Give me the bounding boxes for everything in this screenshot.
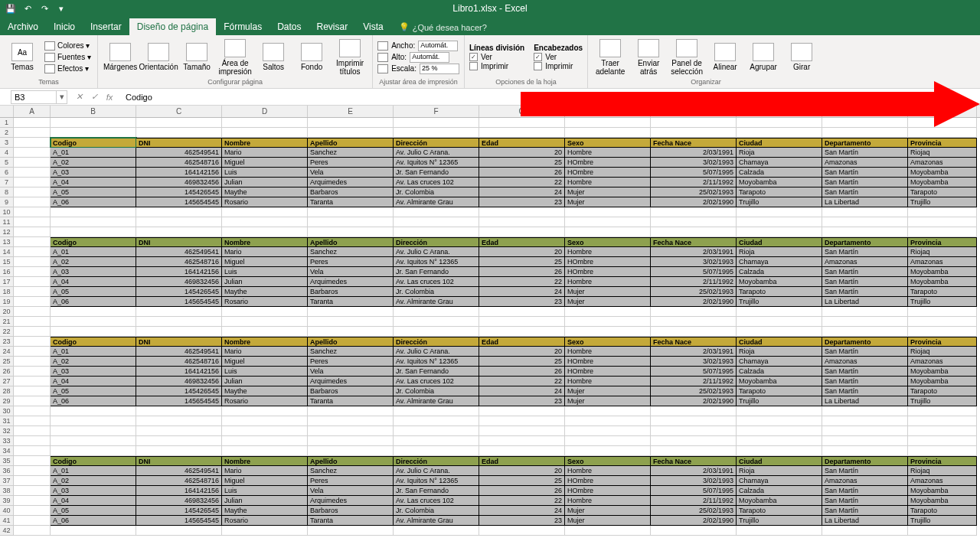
cell[interactable]: 462548716 bbox=[136, 257, 222, 267]
cell[interactable] bbox=[479, 416, 565, 426]
cell[interactable]: Av. Julio C Arana. bbox=[394, 247, 479, 257]
row-header[interactable]: 30 bbox=[0, 406, 14, 416]
cell[interactable]: Jr. San Fernando bbox=[394, 367, 479, 377]
row-header[interactable]: 3 bbox=[0, 138, 14, 148]
cell[interactable]: Miguel bbox=[222, 257, 308, 267]
cell[interactable] bbox=[14, 197, 51, 207]
table-row[interactable]: 3CodigoDNINombreApellidoDirecciónEdadSex… bbox=[0, 138, 980, 148]
cell[interactable] bbox=[822, 227, 908, 237]
cell[interactable]: Moyobamba bbox=[908, 496, 977, 506]
cell[interactable]: Fecha Nace bbox=[651, 237, 737, 247]
cell[interactable] bbox=[565, 207, 651, 217]
cell[interactable]: 145426545 bbox=[136, 287, 222, 297]
cell[interactable]: 145654545 bbox=[136, 297, 222, 307]
cell[interactable]: 26 bbox=[479, 367, 565, 377]
cell[interactable] bbox=[308, 207, 394, 217]
cell[interactable]: Fecha Nace bbox=[651, 138, 737, 148]
cell[interactable] bbox=[479, 327, 565, 337]
cell[interactable] bbox=[565, 227, 651, 237]
cell[interactable]: Departamento bbox=[822, 237, 908, 247]
table-row[interactable]: 36A_01462549541MarioSanchezAv. Julio C A… bbox=[0, 466, 980, 476]
cell[interactable]: 164142156 bbox=[136, 486, 222, 496]
row-header[interactable]: 20 bbox=[0, 307, 14, 317]
cell[interactable]: Tarapoto bbox=[737, 386, 822, 396]
cell[interactable]: HOmbre bbox=[565, 357, 651, 367]
cell[interactable] bbox=[136, 227, 222, 237]
scale-input[interactable]: 25 % bbox=[420, 64, 459, 74]
row-header[interactable]: 16 bbox=[0, 267, 14, 277]
table-row[interactable]: 13CodigoDNINombreApellidoDirecciónEdadSe… bbox=[0, 237, 980, 247]
cell[interactable]: 24 bbox=[479, 287, 565, 297]
cell[interactable] bbox=[737, 426, 822, 436]
cell[interactable]: San Martín bbox=[822, 377, 908, 386]
cell[interactable] bbox=[651, 128, 737, 138]
cell[interactable] bbox=[14, 267, 51, 277]
cell[interactable] bbox=[14, 138, 51, 148]
table-row[interactable]: 14A_01462549541MarioSanchezAv. Julio C A… bbox=[0, 247, 980, 257]
row-header[interactable]: 8 bbox=[0, 187, 14, 197]
area-button[interactable]: Área de impresión bbox=[217, 39, 253, 76]
undo-icon[interactable]: ↶ bbox=[21, 2, 34, 15]
efectos-button[interactable]: Efectos ▾ bbox=[43, 64, 93, 74]
cell[interactable]: Sexo bbox=[565, 237, 651, 247]
saltos-button[interactable]: Saltos bbox=[256, 43, 291, 71]
cell[interactable]: 20 bbox=[479, 148, 565, 158]
cell[interactable]: Barbaros bbox=[308, 287, 394, 297]
cell[interactable] bbox=[51, 317, 136, 327]
cell[interactable]: 462549541 bbox=[136, 148, 222, 158]
cell[interactable]: Ciudad bbox=[737, 337, 822, 347]
cell[interactable]: Barbaros bbox=[308, 506, 394, 516]
cell[interactable]: A_02 bbox=[51, 357, 136, 367]
cell[interactable]: La Libertad bbox=[822, 297, 908, 307]
row-header[interactable]: 37 bbox=[0, 476, 14, 486]
cell[interactable]: Codigo bbox=[51, 138, 136, 148]
cell[interactable]: Av. Las cruces 102 bbox=[394, 277, 479, 287]
cell[interactable]: Arquimedes bbox=[308, 496, 394, 506]
cell[interactable]: Hombre bbox=[565, 148, 651, 158]
cell[interactable]: San Martín bbox=[822, 277, 908, 287]
table-row[interactable]: 31 bbox=[0, 416, 980, 426]
cell[interactable]: HOmbre bbox=[565, 476, 651, 486]
cell[interactable] bbox=[908, 426, 977, 436]
cell[interactable] bbox=[222, 416, 308, 426]
table-row[interactable]: 29A_06145654545RosarioTarantaAv. Almiran… bbox=[0, 396, 980, 406]
row-header[interactable]: 39 bbox=[0, 496, 14, 506]
cell[interactable]: Tarapoto bbox=[908, 287, 977, 297]
cell[interactable]: HOmbre bbox=[565, 486, 651, 496]
row-header[interactable]: 4 bbox=[0, 148, 14, 158]
cell[interactable]: HOmbre bbox=[565, 257, 651, 267]
cell[interactable]: Provincia bbox=[908, 456, 977, 466]
cell[interactable]: 5/07/1995 bbox=[651, 367, 737, 377]
cell[interactable] bbox=[14, 426, 51, 436]
cell[interactable]: 5/07/1995 bbox=[651, 168, 737, 178]
cell[interactable] bbox=[737, 327, 822, 337]
cell[interactable]: Calzada bbox=[737, 168, 822, 178]
cell[interactable]: Mujer bbox=[565, 516, 651, 526]
cell[interactable] bbox=[14, 486, 51, 496]
cell[interactable]: A_05 bbox=[51, 287, 136, 297]
cell[interactable]: A_04 bbox=[51, 277, 136, 287]
cell[interactable]: 462548716 bbox=[136, 476, 222, 486]
cell[interactable]: DNI bbox=[136, 456, 222, 466]
cell[interactable]: San Martín bbox=[822, 187, 908, 197]
table-row[interactable]: 5A_02462548716MiguelPeresAv. Iquitos N° … bbox=[0, 158, 980, 168]
row-header[interactable]: 15 bbox=[0, 257, 14, 267]
cell[interactable] bbox=[651, 416, 737, 426]
cell[interactable] bbox=[222, 227, 308, 237]
cell[interactable]: Nombre bbox=[222, 237, 308, 247]
cell[interactable] bbox=[394, 118, 479, 128]
gridlines-print-checkbox[interactable]: Imprimir bbox=[469, 62, 524, 70]
table-row[interactable]: 17A_04469832456JulianArquimedesAv. Las c… bbox=[0, 277, 980, 287]
cell[interactable]: A_01 bbox=[51, 466, 136, 476]
cell[interactable]: Jr. San Fernando bbox=[394, 486, 479, 496]
cell[interactable]: 26 bbox=[479, 486, 565, 496]
cell[interactable]: 22 bbox=[479, 277, 565, 287]
cell[interactable] bbox=[308, 128, 394, 138]
table-row[interactable]: 38A_03164142156LuisVelaJr. San Fernando2… bbox=[0, 486, 980, 496]
cell[interactable] bbox=[14, 347, 51, 357]
temas-button[interactable]: Aa Temas bbox=[5, 43, 40, 71]
row-header[interactable]: 7 bbox=[0, 178, 14, 187]
accept-formula-icon[interactable]: ✓ bbox=[87, 90, 101, 104]
cell[interactable] bbox=[51, 426, 136, 436]
table-row[interactable]: 20 bbox=[0, 307, 980, 317]
